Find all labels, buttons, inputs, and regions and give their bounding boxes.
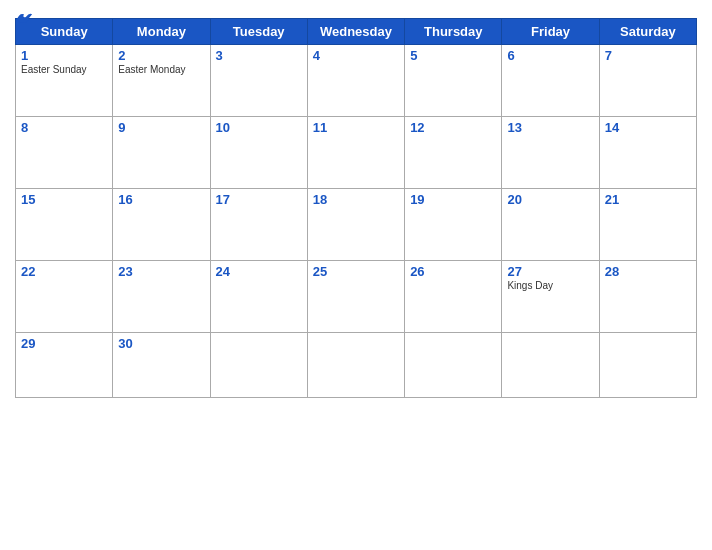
day-number: 14: [605, 120, 691, 135]
logo: [15, 10, 35, 24]
calendar-day-cell: 28: [599, 261, 696, 333]
calendar-day-cell: 1Easter Sunday: [16, 45, 113, 117]
calendar-day-header: Thursday: [405, 19, 502, 45]
calendar-day-cell: 27Kings Day: [502, 261, 599, 333]
calendar-day-cell: 8: [16, 117, 113, 189]
calendar-day-cell: [405, 333, 502, 398]
day-number: 21: [605, 192, 691, 207]
calendar-day-cell: [307, 333, 404, 398]
calendar-day-cell: 6: [502, 45, 599, 117]
calendar-day-cell: 25: [307, 261, 404, 333]
day-number: 26: [410, 264, 496, 279]
calendar-week-row: 1Easter Sunday2Easter Monday34567: [16, 45, 697, 117]
day-number: 10: [216, 120, 302, 135]
calendar-header-row: SundayMondayTuesdayWednesdayThursdayFrid…: [16, 19, 697, 45]
calendar-day-cell: 19: [405, 189, 502, 261]
calendar-day-cell: [502, 333, 599, 398]
calendar-day-cell: 17: [210, 189, 307, 261]
calendar-day-cell: 22: [16, 261, 113, 333]
day-number: 16: [118, 192, 204, 207]
calendar-day-cell: 29: [16, 333, 113, 398]
calendar-day-cell: 5: [405, 45, 502, 117]
calendar-day-header: Tuesday: [210, 19, 307, 45]
logo-blue-text: [15, 10, 35, 24]
calendar-day-cell: 24: [210, 261, 307, 333]
day-number: 5: [410, 48, 496, 63]
day-number: 4: [313, 48, 399, 63]
day-number: 27: [507, 264, 593, 279]
day-number: 6: [507, 48, 593, 63]
calendar-day-cell: 14: [599, 117, 696, 189]
event-label: Kings Day: [507, 280, 593, 291]
day-number: 1: [21, 48, 107, 63]
day-number: 17: [216, 192, 302, 207]
event-label: Easter Sunday: [21, 64, 107, 75]
calendar-day-cell: 16: [113, 189, 210, 261]
calendar-day-cell: 12: [405, 117, 502, 189]
calendar-day-cell: 9: [113, 117, 210, 189]
calendar-week-row: 222324252627Kings Day28: [16, 261, 697, 333]
calendar-day-cell: 2Easter Monday: [113, 45, 210, 117]
calendar-day-header: Wednesday: [307, 19, 404, 45]
day-number: 18: [313, 192, 399, 207]
calendar-day-cell: 13: [502, 117, 599, 189]
day-number: 15: [21, 192, 107, 207]
day-number: 7: [605, 48, 691, 63]
calendar-day-cell: 20: [502, 189, 599, 261]
day-number: 23: [118, 264, 204, 279]
calendar-day-cell: 15: [16, 189, 113, 261]
calendar-day-cell: 4: [307, 45, 404, 117]
calendar-day-cell: 7: [599, 45, 696, 117]
calendar-day-cell: [210, 333, 307, 398]
calendar-day-cell: 11: [307, 117, 404, 189]
day-number: 29: [21, 336, 107, 351]
event-label: Easter Monday: [118, 64, 204, 75]
calendar-day-cell: 21: [599, 189, 696, 261]
day-number: 8: [21, 120, 107, 135]
day-number: 3: [216, 48, 302, 63]
day-number: 13: [507, 120, 593, 135]
calendar-day-header: Monday: [113, 19, 210, 45]
day-number: 19: [410, 192, 496, 207]
day-number: 30: [118, 336, 204, 351]
calendar-table: SundayMondayTuesdayWednesdayThursdayFrid…: [15, 18, 697, 398]
day-number: 20: [507, 192, 593, 207]
calendar-day-cell: 18: [307, 189, 404, 261]
calendar-week-row: 15161718192021: [16, 189, 697, 261]
page: SundayMondayTuesdayWednesdayThursdayFrid…: [0, 0, 712, 550]
calendar-day-cell: 23: [113, 261, 210, 333]
calendar-day-cell: 30: [113, 333, 210, 398]
calendar-day-header: Friday: [502, 19, 599, 45]
day-number: 22: [21, 264, 107, 279]
day-number: 25: [313, 264, 399, 279]
calendar-week-row: 891011121314: [16, 117, 697, 189]
day-number: 24: [216, 264, 302, 279]
logo-bird-icon: [15, 10, 33, 24]
day-number: 2: [118, 48, 204, 63]
day-number: 11: [313, 120, 399, 135]
day-number: 9: [118, 120, 204, 135]
calendar-day-cell: 10: [210, 117, 307, 189]
calendar-day-cell: 26: [405, 261, 502, 333]
calendar-day-cell: [599, 333, 696, 398]
calendar-week-row: 2930: [16, 333, 697, 398]
calendar-day-cell: 3: [210, 45, 307, 117]
day-number: 28: [605, 264, 691, 279]
calendar-day-header: Saturday: [599, 19, 696, 45]
day-number: 12: [410, 120, 496, 135]
